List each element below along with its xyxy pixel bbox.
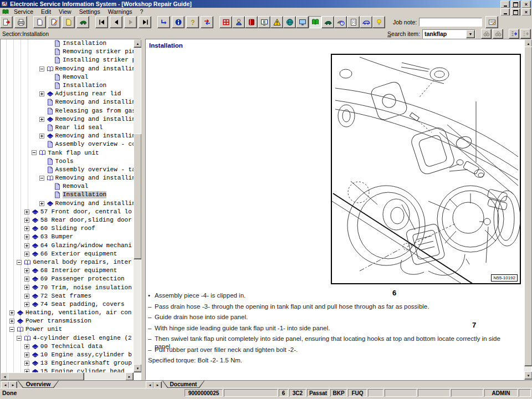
- scroll-up-icon[interactable]: ▲: [134, 39, 142, 48]
- tree-item[interactable]: Removing and installing: [1, 98, 134, 106]
- tree-item[interactable]: Installation: [1, 81, 134, 90]
- screen-e-button[interactable]: E: [258, 16, 270, 28]
- checklist-button[interactable]: [347, 16, 360, 28]
- tree-item-label[interactable]: Removing and installing: [55, 175, 134, 182]
- tree-item-label[interactable]: Removal: [63, 183, 88, 190]
- tree-item-label[interactable]: General body repairs, inter: [33, 259, 131, 266]
- goto-next-document-button[interactable]: [520, 29, 531, 39]
- print-button[interactable]: [14, 16, 27, 28]
- tree-item-label[interactable]: Assembly overview - co: [55, 141, 134, 148]
- tree-item[interactable]: 66 Exterior equipment: [1, 250, 134, 258]
- expand-toggle-plus[interactable]: [24, 361, 29, 366]
- tree-item-label[interactable]: Rear lid seal: [55, 124, 103, 131]
- tree-item[interactable]: 58 Rear door,sliding door: [1, 216, 134, 224]
- search-item-combobox[interactable]: tankflap ▼: [422, 29, 475, 39]
- last-button[interactable]: [139, 16, 151, 28]
- tree-item-label[interactable]: Tools: [55, 158, 74, 165]
- tree-item[interactable]: 13 Enginecrankshaft group: [1, 359, 134, 367]
- expand-toggle-plus[interactable]: [24, 277, 29, 282]
- new-document-button[interactable]: [33, 16, 46, 28]
- pane-splitter[interactable]: [141, 39, 145, 380]
- tree-item[interactable]: 4-cylinder diesel engine (2: [1, 334, 134, 342]
- window-grid-button[interactable]: [219, 16, 232, 28]
- car-service-button[interactable]: [360, 16, 372, 28]
- expand-toggle-plus[interactable]: [24, 243, 29, 248]
- tree-item-label[interactable]: Installing striker pin: [63, 57, 134, 64]
- tree-item-label[interactable]: Removing and installing: [55, 132, 134, 140]
- tree-item-label[interactable]: Removing and installing: [55, 65, 134, 73]
- tree-item[interactable]: Assembly overview - ta: [1, 166, 134, 174]
- child-restore-button[interactable]: [511, 8, 520, 16]
- monitor-button[interactable]: [296, 16, 309, 28]
- tree-scrollbar-thumb[interactable]: [134, 134, 142, 259]
- expand-toggle-plus[interactable]: [24, 252, 29, 257]
- tree-hscrollbar-thumb[interactable]: [8, 372, 84, 381]
- tree-item-label[interactable]: Heating, ventilation, air con: [25, 309, 131, 316]
- tree-item-label[interactable]: Installation: [63, 82, 106, 89]
- expand-toggle-plus[interactable]: [24, 302, 29, 307]
- expand-toggle-plus[interactable]: [24, 294, 29, 299]
- tree-item-label[interactable]: 63 Bumper: [40, 233, 73, 241]
- red-book-button[interactable]: [245, 16, 258, 28]
- menu-edit[interactable]: Edit: [37, 8, 55, 15]
- hint-button[interactable]: [372, 16, 385, 28]
- tree-item[interactable]: Removing and installing: [1, 65, 134, 73]
- tree-item[interactable]: 57 Front door, central lo: [1, 208, 134, 216]
- expand-toggle-minus[interactable]: [39, 66, 44, 71]
- menu-settings[interactable]: Settings: [75, 8, 104, 15]
- search-next-button[interactable]: [493, 29, 503, 39]
- expand-toggle-plus[interactable]: [39, 134, 44, 139]
- menu-view[interactable]: View: [55, 8, 75, 15]
- return-button[interactable]: [157, 16, 170, 28]
- copy-document-button[interactable]: [62, 16, 75, 28]
- tree-item-label[interactable]: Removing and installing: [55, 200, 134, 207]
- next-button[interactable]: [124, 16, 137, 28]
- warning-button[interactable]: [270, 16, 283, 28]
- tree-item-label[interactable]: Power unit: [25, 326, 62, 333]
- tree-item-label[interactable]: 66 Exterior equipment: [40, 250, 117, 258]
- green-book-button[interactable]: [309, 16, 321, 28]
- expand-toggle-plus[interactable]: [24, 218, 29, 223]
- tree-item-label-selected[interactable]: Installation: [63, 191, 106, 198]
- expand-toggle-plus[interactable]: [24, 226, 29, 231]
- tree-item-label[interactable]: 64 Glazing/window mechani: [40, 242, 132, 249]
- document-vertical-scrollbar[interactable]: ▲ ▼: [524, 39, 531, 380]
- tree-item[interactable]: Heating, ventilation, air con: [1, 309, 134, 317]
- tree-item[interactable]: 15 Engine cylinder head: [1, 367, 134, 372]
- job-note-input[interactable]: [419, 18, 482, 27]
- expand-toggle-plus[interactable]: [9, 319, 14, 324]
- tree-item[interactable]: Removal: [1, 182, 134, 191]
- child-close-button[interactable]: ×: [521, 8, 531, 16]
- expand-toggle-minus[interactable]: [32, 150, 37, 155]
- tree-item-label[interactable]: 68 Interior equipment: [40, 267, 117, 274]
- expand-toggle-plus[interactable]: [24, 234, 29, 239]
- tree-item-label[interactable]: Removing striker pin: [63, 48, 134, 55]
- tree-item[interactable]: 10 Engine assy,cylinder b: [1, 351, 134, 359]
- tree-item-label[interactable]: 13 Enginecrankshaft group: [40, 360, 132, 367]
- tree-item[interactable]: 70 Trim, noise insulation: [1, 283, 134, 291]
- tree-item[interactable]: Tools: [1, 157, 134, 166]
- tree-item-label[interactable]: Adjusting rear lid: [55, 90, 121, 98]
- tree-item[interactable]: 68 Interior equipment: [1, 267, 134, 275]
- tab-overview[interactable]: Overview: [18, 381, 59, 388]
- first-button[interactable]: [95, 16, 108, 28]
- tree-item[interactable]: Adjusting rear lid: [1, 90, 134, 98]
- refresh-button[interactable]: [201, 16, 213, 28]
- car-green-button[interactable]: [321, 16, 334, 28]
- menu-service[interactable]: Service: [10, 8, 37, 15]
- scroll-right-icon[interactable]: ►: [125, 372, 134, 381]
- tree-item-label[interactable]: Assembly overview - ta: [55, 166, 134, 173]
- expand-toggle-plus[interactable]: [39, 201, 44, 206]
- info-button[interactable]: [172, 16, 185, 28]
- tree-item[interactable]: Releasing gas from gas: [1, 107, 134, 115]
- expand-toggle-minus[interactable]: [17, 260, 22, 265]
- tree-item[interactable]: General body repairs, inter: [1, 258, 134, 267]
- tree-item[interactable]: 00 Technical data: [1, 342, 134, 351]
- close-button[interactable]: ×: [521, 1, 531, 8]
- tree-item[interactable]: 69 Passenger protection: [1, 275, 134, 283]
- previous-button[interactable]: [110, 16, 122, 28]
- tree-item[interactable]: Removal: [1, 73, 134, 81]
- tree-item[interactable]: Installing striker pin: [1, 56, 134, 64]
- tree-item-label[interactable]: 72 Seat frames: [40, 293, 91, 300]
- tree-item[interactable]: Assembly overview - co: [1, 140, 134, 149]
